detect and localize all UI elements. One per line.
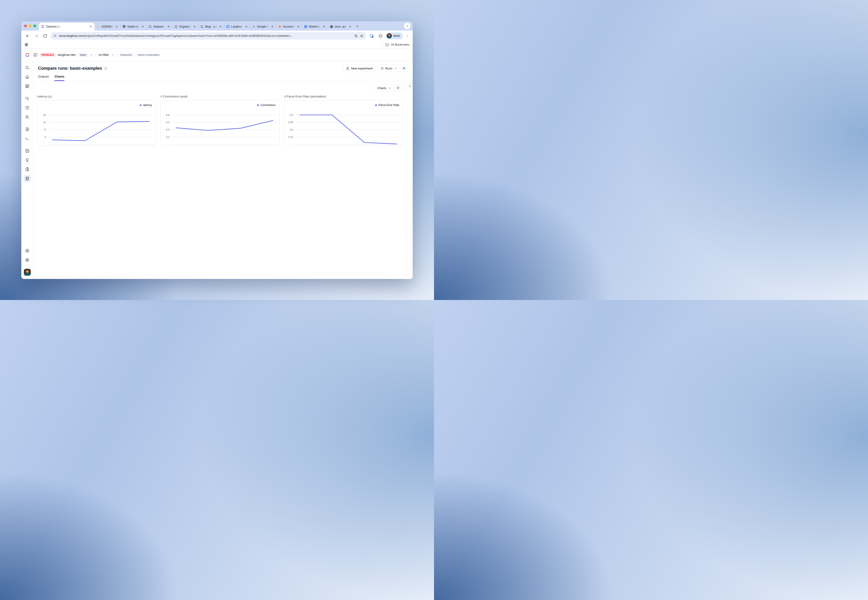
charts-count-badge: 3	[395, 86, 401, 90]
project-chevron[interactable]	[111, 53, 114, 56]
info-icon[interactable]	[104, 67, 108, 70]
back-button[interactable]	[24, 32, 31, 39]
maximize-window-button[interactable]	[33, 24, 36, 27]
browser-tab[interactable]: Organizatio✕	[172, 23, 198, 30]
legend-dot-icon	[140, 105, 141, 106]
calendar-favicon: 6	[226, 25, 229, 28]
browser-tab[interactable]: Marlies we✕	[302, 23, 328, 30]
chart-plot-area: 0.60.450.30.15	[296, 109, 401, 144]
zoom-icon[interactable]	[354, 34, 358, 38]
tab-search-button[interactable]	[404, 23, 410, 29]
tab-close-button[interactable]: ✕	[115, 25, 118, 28]
tab-close-button[interactable]: ✕	[297, 25, 300, 28]
tab-title: docs: add	[335, 25, 347, 28]
site-settings-icon[interactable]	[53, 34, 57, 38]
org-chevron[interactable]	[90, 53, 93, 56]
chart-legend: Correctness	[257, 103, 276, 107]
blue-list-favicon	[304, 25, 307, 28]
tab-close-button[interactable]: ✕	[323, 25, 326, 28]
breadcrumb-separator: /	[135, 53, 135, 57]
sidebar-item-prompts[interactable]	[24, 126, 31, 133]
all-bookmarks-label[interactable]: All Bookmarks	[391, 43, 410, 46]
tab-close-button[interactable]: ✕	[193, 25, 196, 28]
main-panel: Compare runs: basic-examples New experim…	[33, 61, 413, 279]
address-bar[interactable]: cloud.langfuse.com/project/cmfwgv8fx002o…	[50, 32, 366, 39]
breadcrumb-project[interactable]: no-filter	[99, 53, 109, 56]
sidebar-item-settings[interactable]	[24, 247, 31, 255]
tab-close-button[interactable]: ✕	[89, 25, 93, 28]
browser-tab[interactable]: Accounts |✕	[276, 23, 302, 30]
tab-title: Datasets | l	[46, 25, 88, 28]
sidebar-item-datasets[interactable]	[24, 175, 31, 182]
browser-tab[interactable]: 6Langfuse -✕	[224, 23, 250, 30]
sidebar-item-home[interactable]	[24, 73, 31, 80]
tab-close-button[interactable]: ✕	[245, 25, 248, 28]
langfuse-logo[interactable]	[21, 53, 33, 57]
charts-dropdown-button[interactable]: Charts 3	[375, 85, 404, 91]
bookmark-star-icon[interactable]	[360, 34, 364, 38]
lightbulb-icon	[25, 158, 29, 162]
tab-close-button[interactable]: ✕	[167, 25, 170, 28]
apps-grid-icon[interactable]	[24, 43, 28, 47]
app-sidebar	[21, 61, 33, 279]
chart-plot-area: 0.80.60.40.2	[172, 109, 277, 144]
browser-tab[interactable]: Blog - Lan✕	[198, 23, 224, 30]
tab-close-button[interactable]: ✕	[141, 25, 144, 28]
sidebar-item-sessions[interactable]	[24, 104, 31, 111]
browser-tab[interactable]: Datasets | l✕	[39, 23, 94, 30]
sidebar-item-support[interactable]	[24, 256, 31, 264]
folder-icon	[385, 43, 389, 47]
browser-tabs: Datasets | l✕CO20250923✕feat(io-tab✕Data…	[39, 21, 354, 30]
sidebar-item-users[interactable]	[24, 113, 31, 121]
avatar-image	[387, 33, 392, 38]
extensions-button[interactable]	[377, 32, 384, 39]
chart-block-0: Latency (s)latency161284	[37, 94, 156, 146]
sidebar-item-playground[interactable]	[24, 135, 31, 142]
minimize-window-button[interactable]	[29, 24, 32, 27]
tab-charts[interactable]: Charts	[55, 75, 64, 81]
browser-menu-button[interactable]: ⋮	[405, 34, 410, 38]
password-extension-icon[interactable]	[368, 32, 375, 39]
sidebar-item-evaluators[interactable]	[24, 156, 31, 164]
breadcrumb: PROD-EU langfuse-dev Team / no-filter / …	[38, 53, 159, 57]
browser-tab[interactable]: Datasets | L✕	[146, 23, 172, 30]
charts-toolbar: Charts 3	[33, 81, 407, 94]
runs-dropdown-button[interactable]: Runs 4	[378, 65, 410, 72]
sidebar-item-search[interactable]	[24, 64, 31, 71]
tab-close-button[interactable]: ✕	[219, 25, 222, 28]
tab-close-button[interactable]: ✕	[349, 25, 352, 28]
browser-tab[interactable]: docs: add✕	[328, 23, 354, 30]
sidebar-toggle-button[interactable]	[33, 53, 38, 57]
reload-button[interactable]	[42, 32, 49, 39]
tab-outputs[interactable]: Outputs	[38, 75, 49, 81]
home-icon	[25, 75, 29, 79]
tab-title: feat(io-tab	[127, 25, 140, 28]
sidebar-item-dashboards[interactable]	[24, 82, 31, 90]
browser-tab[interactable]: feat(io-tab✕	[120, 23, 146, 30]
browser-profile-chip[interactable]: Work	[386, 32, 403, 39]
sidebar-item-annotation[interactable]	[24, 165, 31, 173]
breadcrumb-datasets-link[interactable]: Datasets	[120, 53, 132, 56]
chart-legend: Parse Error Rate	[375, 103, 399, 107]
team-badge: Team	[78, 53, 88, 57]
charts-row: Latency (s)latency161284# Correctness (e…	[33, 94, 407, 146]
sidebar-item-tracing[interactable]	[24, 95, 31, 102]
chart-card: Correctness0.80.60.40.2	[161, 100, 279, 146]
user-avatar[interactable]	[24, 269, 31, 276]
browser-tab[interactable]: Google Ge✕	[250, 23, 276, 30]
new-tab-button[interactable]: +	[354, 24, 361, 30]
new-experiment-button[interactable]: New experiment	[343, 65, 376, 72]
close-window-button[interactable]	[24, 24, 27, 27]
browser-tab[interactable]: CO20250923✕	[94, 23, 120, 30]
app-topbar: PROD-EU langfuse-dev Team / no-filter / …	[21, 48, 413, 61]
percent-square-icon	[25, 148, 29, 153]
breadcrumb-dataset-name[interactable]: basic-examples	[138, 53, 159, 56]
breadcrumb-org[interactable]: langfuse-dev	[58, 53, 76, 56]
tab-strip: Datasets | l✕CO20250923✕feat(io-tab✕Data…	[21, 21, 413, 30]
tab-close-button[interactable]: ✕	[271, 25, 274, 28]
langfuse-app: PROD-EU langfuse-dev Team / no-filter / …	[21, 48, 413, 279]
chevron-left-icon[interactable]	[408, 85, 411, 88]
sidebar-item-scores[interactable]	[24, 147, 31, 155]
forward-button[interactable]	[33, 32, 40, 39]
header-actions: New experiment Runs 4	[343, 65, 410, 72]
